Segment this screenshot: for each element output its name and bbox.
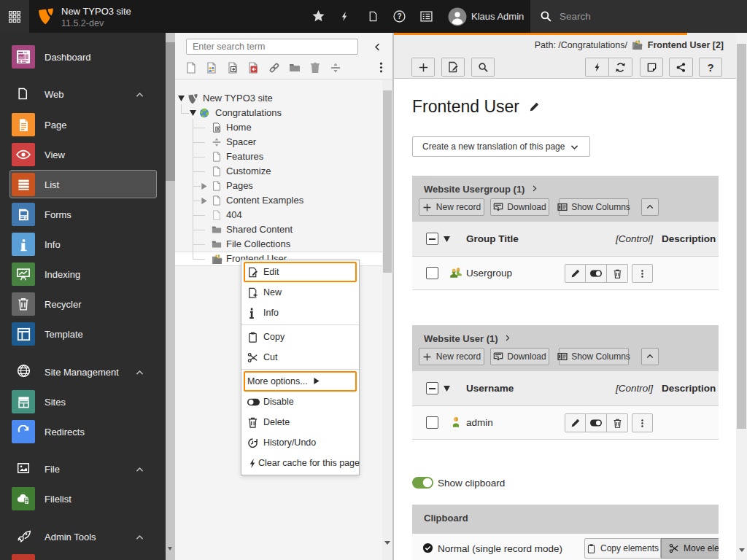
svg-text:?: ? (397, 12, 401, 20)
